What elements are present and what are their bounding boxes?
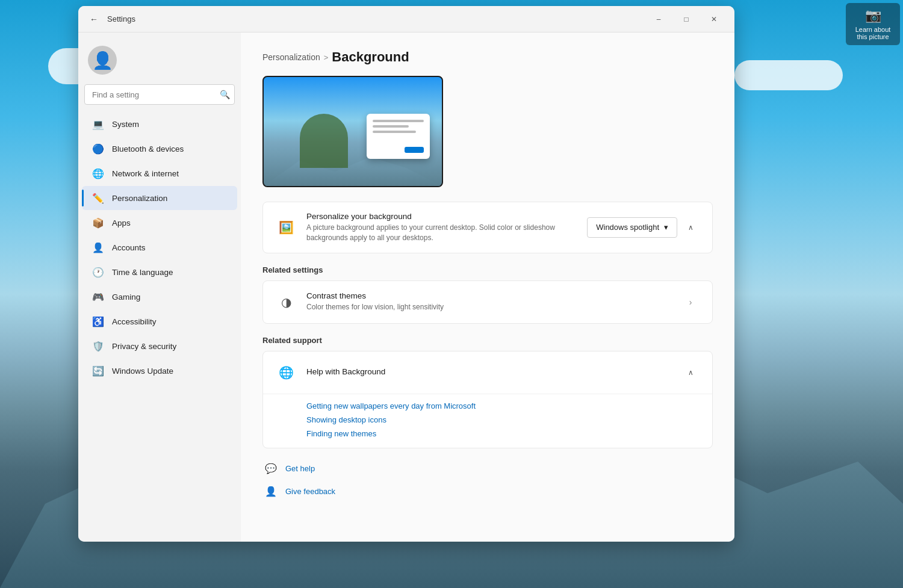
nav-accounts-label: Accounts <box>112 243 146 252</box>
give-feedback-row[interactable]: 👤 Give feedback <box>262 483 713 500</box>
personalize-desc: A picture background applies to your cur… <box>306 223 577 243</box>
expand-button[interactable]: ∧ <box>681 218 700 237</box>
nav-network[interactable]: 🌐 Network & internet <box>82 161 237 185</box>
bluetooth-icon: 🔵 <box>92 142 105 155</box>
personalize-background-card: 🖼️ Personalize your background A picture… <box>262 202 713 253</box>
help-link-1[interactable]: Getting new wallpapers every day from Mi… <box>306 401 700 410</box>
breadcrumb-current: Background <box>332 49 409 65</box>
nav-system[interactable]: 💻 System <box>82 112 237 136</box>
update-icon: 🔄 <box>92 364 105 377</box>
search-icon: 🔍 <box>220 90 230 99</box>
personalize-row: 🖼️ Personalize your background A picture… <box>263 202 712 253</box>
accounts-icon: 👤 <box>92 241 105 254</box>
nav-network-label: Network & internet <box>112 169 179 178</box>
related-support-header: Related support <box>262 336 713 345</box>
nav-accounts[interactable]: 👤 Accounts <box>82 235 237 259</box>
nav-gaming[interactable]: 🎮 Gaming <box>82 285 237 309</box>
nav-apps-label: Apps <box>112 218 131 227</box>
nav-time-label: Time & language <box>112 268 173 277</box>
nav-privacy-label: Privacy & security <box>112 342 176 351</box>
gaming-icon: 🎮 <box>92 290 105 303</box>
contrast-themes-row[interactable]: ◑ Contrast themes Color themes for low v… <box>263 281 712 323</box>
maximize-button[interactable]: □ <box>673 10 700 29</box>
desktop-preview <box>262 76 443 187</box>
get-help-label: Get help <box>285 464 315 473</box>
help-links-section: Getting new wallpapers every day from Mi… <box>263 394 712 448</box>
contrast-themes-card: ◑ Contrast themes Color themes for low v… <box>262 280 713 324</box>
contrast-icon: ◑ <box>275 291 297 313</box>
get-help-icon: 💬 <box>262 460 279 477</box>
search-box: 🔍 <box>84 84 235 105</box>
title-bar-controls: – □ ✕ <box>645 10 727 29</box>
minimize-button[interactable]: – <box>645 10 672 29</box>
nav-personalization[interactable]: ✏️ Personalization <box>82 186 237 210</box>
search-input[interactable] <box>84 84 235 105</box>
preview-tree <box>300 114 348 168</box>
contrast-desc: Color themes for low vision, light sensi… <box>306 302 671 312</box>
nav-gaming-label: Gaming <box>112 292 140 302</box>
time-icon: 🕐 <box>92 265 105 279</box>
personalization-icon: ✏️ <box>92 191 105 205</box>
network-icon: 🌐 <box>92 167 105 180</box>
content-area: Personalization > Background 🖼️ <box>241 32 734 542</box>
help-globe-icon: 🌐 <box>275 362 297 383</box>
nav-accessibility[interactable]: ♿ Accessibility <box>82 309 237 333</box>
nav-update-label: Windows Update <box>112 367 173 376</box>
preview-dialog <box>367 114 430 159</box>
chevron-up-icon: ∧ <box>688 223 694 232</box>
sidebar: 👤 🔍 💻 System 🔵 Bluetooth & devices 🌐 Net… <box>78 32 241 542</box>
contrast-title: Contrast themes <box>306 291 671 300</box>
back-button[interactable]: ← <box>85 11 102 28</box>
nav-system-label: System <box>112 120 139 129</box>
close-button[interactable]: ✕ <box>701 10 727 29</box>
background-type-dropdown[interactable]: Windows spotlight ▾ <box>587 217 677 238</box>
give-feedback-icon: 👤 <box>262 483 279 500</box>
help-background-card: 🌐 Help with Background ∧ Getting new wal… <box>262 351 713 448</box>
nav-apps[interactable]: 📦 Apps <box>82 211 237 235</box>
help-collapse-button[interactable]: ∧ <box>681 363 700 382</box>
preview-dialog-line1 <box>373 120 424 122</box>
help-bg-row[interactable]: 🌐 Help with Background ∧ <box>263 351 712 394</box>
nav-accessibility-label: Accessibility <box>112 317 157 326</box>
help-link-3[interactable]: Finding new themes <box>306 429 700 438</box>
help-link-2[interactable]: Showing desktop icons <box>306 415 700 424</box>
nav-privacy[interactable]: 🛡️ Privacy & security <box>82 334 237 358</box>
title-bar-left: ← Settings <box>85 11 645 28</box>
personalize-title: Personalize your background <box>306 212 577 221</box>
preview-dialog-line3 <box>373 131 416 133</box>
system-icon: 💻 <box>92 117 105 131</box>
get-help-row[interactable]: 💬 Get help <box>262 460 713 477</box>
bottom-actions: 💬 Get help 👤 Give feedback <box>262 460 713 500</box>
help-bg-title: Help with Background <box>306 367 671 376</box>
preview-dialog-line2 <box>373 125 409 128</box>
avatar: 👤 <box>88 46 117 75</box>
apps-icon: 📦 <box>92 216 105 229</box>
learn-about-picture-button[interactable]: 📷 Learn about this picture <box>846 3 900 45</box>
dropdown-arrow-icon: ▾ <box>664 223 668 232</box>
nav-bluetooth[interactable]: 🔵 Bluetooth & devices <box>82 137 237 161</box>
contrast-nav-arrow: › <box>681 292 700 312</box>
title-bar: ← Settings – □ ✕ <box>78 6 734 32</box>
dropdown-value: Windows spotlight <box>596 223 659 232</box>
help-bg-text: Help with Background <box>306 367 671 378</box>
breadcrumb: Personalization > Background <box>262 49 713 65</box>
learn-btn-label: Learn about this picture <box>849 26 896 40</box>
accessibility-icon: ♿ <box>92 315 105 328</box>
personalize-icon: 🖼️ <box>275 217 297 238</box>
privacy-icon: 🛡️ <box>92 339 105 353</box>
nav-personalization-label: Personalization <box>112 194 167 203</box>
personalize-control: Windows spotlight ▾ ∧ <box>587 217 700 238</box>
settings-window: ← Settings – □ ✕ 👤 🔍 💻 System 🔵 <box>78 6 734 542</box>
window-title: Settings <box>107 14 135 23</box>
main-area: 👤 🔍 💻 System 🔵 Bluetooth & devices 🌐 Net… <box>78 32 734 542</box>
related-settings-header: Related settings <box>262 265 713 274</box>
breadcrumb-separator: > <box>324 53 329 62</box>
chevron-up-icon: ∧ <box>688 368 694 377</box>
camera-icon: 📷 <box>865 8 881 23</box>
give-feedback-label: Give feedback <box>285 487 335 496</box>
avatar-section: 👤 <box>78 40 241 84</box>
nav-time[interactable]: 🕐 Time & language <box>82 260 237 284</box>
nav-bluetooth-label: Bluetooth & devices <box>112 144 184 153</box>
nav-update[interactable]: 🔄 Windows Update <box>82 359 237 383</box>
breadcrumb-parent[interactable]: Personalization <box>262 52 320 62</box>
